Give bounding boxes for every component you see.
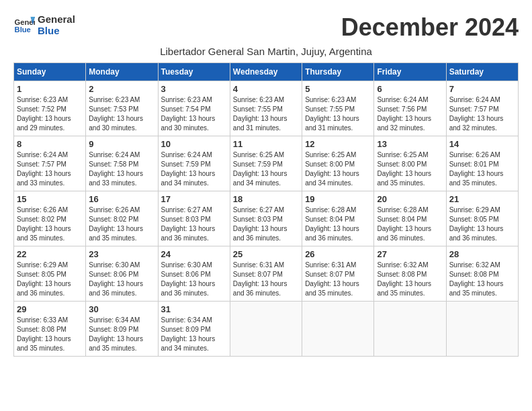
day-number: 24 <box>161 249 227 259</box>
calendar-cell: 4 Sunrise: 6:23 AM Sunset: 7:55 PM Dayli… <box>230 81 302 136</box>
main-title: December 2024 <box>341 13 519 42</box>
day-info: Sunrise: 6:33 AM Sunset: 8:08 PM Dayligh… <box>17 316 83 353</box>
day-info: Sunrise: 6:32 AM Sunset: 8:08 PM Dayligh… <box>377 261 443 298</box>
day-info: Sunrise: 6:24 AM Sunset: 7:59 PM Dayligh… <box>161 150 227 188</box>
day-info: Sunrise: 6:24 AM Sunset: 7:57 PM Dayligh… <box>449 95 515 133</box>
calendar-cell: 20 Sunrise: 6:28 AM Sunset: 8:04 PM Dayl… <box>374 191 446 246</box>
day-info: Sunrise: 6:23 AM Sunset: 7:54 PM Dayligh… <box>161 95 227 133</box>
day-info: Sunrise: 6:29 AM Sunset: 8:05 PM Dayligh… <box>449 205 515 243</box>
day-info: Sunrise: 6:30 AM Sunset: 8:06 PM Dayligh… <box>89 261 154 298</box>
calendar-cell: 5 Sunrise: 6:23 AM Sunset: 7:55 PM Dayli… <box>302 81 374 136</box>
day-number: 4 <box>233 84 299 94</box>
day-number: 9 <box>89 139 154 149</box>
calendar-cell: 16 Sunrise: 6:26 AM Sunset: 8:02 PM Dayl… <box>86 191 158 246</box>
day-number: 27 <box>377 249 443 259</box>
calendar-cell: 2 Sunrise: 6:23 AM Sunset: 7:53 PM Dayli… <box>86 81 158 136</box>
calendar-week-5: 29 Sunrise: 6:33 AM Sunset: 8:08 PM Dayl… <box>14 302 519 357</box>
calendar-cell: 13 Sunrise: 6:25 AM Sunset: 8:00 PM Dayl… <box>374 136 446 191</box>
day-info: Sunrise: 6:23 AM Sunset: 7:53 PM Dayligh… <box>89 95 154 133</box>
day-info: Sunrise: 6:25 AM Sunset: 8:00 PM Dayligh… <box>305 150 371 188</box>
calendar-week-1: 1 Sunrise: 6:23 AM Sunset: 7:52 PM Dayli… <box>14 81 519 136</box>
calendar-cell: 14 Sunrise: 6:26 AM Sunset: 8:01 PM Dayl… <box>446 136 518 191</box>
day-info: Sunrise: 6:24 AM Sunset: 7:58 PM Dayligh… <box>89 150 154 188</box>
calendar-cell: 3 Sunrise: 6:23 AM Sunset: 7:54 PM Dayli… <box>158 81 230 136</box>
day-number: 14 <box>449 139 515 149</box>
calendar-cell: 29 Sunrise: 6:33 AM Sunset: 8:08 PM Dayl… <box>14 302 86 357</box>
day-number: 11 <box>233 139 299 149</box>
calendar-week-2: 8 Sunrise: 6:24 AM Sunset: 7:57 PM Dayli… <box>14 136 519 191</box>
col-monday: Monday <box>86 63 158 81</box>
day-info: Sunrise: 6:23 AM Sunset: 7:55 PM Dayligh… <box>305 95 371 133</box>
calendar-cell: 8 Sunrise: 6:24 AM Sunset: 7:57 PM Dayli… <box>14 136 86 191</box>
calendar-cell: 19 Sunrise: 6:28 AM Sunset: 8:04 PM Dayl… <box>302 191 374 246</box>
calendar-cell: 7 Sunrise: 6:24 AM Sunset: 7:57 PM Dayli… <box>446 81 518 136</box>
day-info: Sunrise: 6:30 AM Sunset: 8:06 PM Dayligh… <box>161 261 227 298</box>
day-number: 5 <box>305 84 371 94</box>
day-info: Sunrise: 6:23 AM Sunset: 7:52 PM Dayligh… <box>17 95 83 133</box>
day-number: 31 <box>161 304 227 314</box>
day-info: Sunrise: 6:31 AM Sunset: 8:07 PM Dayligh… <box>233 261 299 298</box>
title-section: December 2024 <box>341 13 519 42</box>
calendar-cell: 18 Sunrise: 6:27 AM Sunset: 8:03 PM Dayl… <box>230 191 302 246</box>
day-info: Sunrise: 6:26 AM Sunset: 8:02 PM Dayligh… <box>17 205 83 243</box>
day-number: 19 <box>305 194 371 204</box>
calendar-week-3: 15 Sunrise: 6:26 AM Sunset: 8:02 PM Dayl… <box>14 191 519 246</box>
logo-icon: General Blue <box>13 14 35 36</box>
day-info: Sunrise: 6:26 AM Sunset: 8:02 PM Dayligh… <box>89 205 154 243</box>
day-number: 23 <box>89 249 154 259</box>
day-info: Sunrise: 6:27 AM Sunset: 8:03 PM Dayligh… <box>233 205 299 243</box>
calendar-cell: 30 Sunrise: 6:34 AM Sunset: 8:09 PM Dayl… <box>86 302 158 357</box>
calendar-cell: 1 Sunrise: 6:23 AM Sunset: 7:52 PM Dayli… <box>14 81 86 136</box>
day-number: 10 <box>161 139 227 149</box>
header-row: Sunday Monday Tuesday Wednesday Thursday… <box>14 63 519 81</box>
calendar-cell: 31 Sunrise: 6:34 AM Sunset: 8:09 PM Dayl… <box>158 302 230 357</box>
day-number: 12 <box>305 139 371 149</box>
day-number: 7 <box>449 84 515 94</box>
col-wednesday: Wednesday <box>230 63 302 81</box>
day-info: Sunrise: 6:25 AM Sunset: 8:00 PM Dayligh… <box>377 150 443 188</box>
day-info: Sunrise: 6:34 AM Sunset: 8:09 PM Dayligh… <box>89 316 154 353</box>
calendar-cell: 10 Sunrise: 6:24 AM Sunset: 7:59 PM Dayl… <box>158 136 230 191</box>
logo-line1: General <box>38 13 75 25</box>
day-number: 15 <box>17 194 83 204</box>
day-number: 18 <box>233 194 299 204</box>
page-container: General Blue General Blue December 2024 … <box>13 13 519 357</box>
col-sunday: Sunday <box>14 63 86 81</box>
calendar-table: Sunday Monday Tuesday Wednesday Thursday… <box>13 62 519 357</box>
calendar-cell: 11 Sunrise: 6:25 AM Sunset: 7:59 PM Dayl… <box>230 136 302 191</box>
day-number: 17 <box>161 194 227 204</box>
calendar-week-4: 22 Sunrise: 6:29 AM Sunset: 8:05 PM Dayl… <box>14 246 519 302</box>
calendar-cell: 6 Sunrise: 6:24 AM Sunset: 7:56 PM Dayli… <box>374 81 446 136</box>
calendar-cell: 24 Sunrise: 6:30 AM Sunset: 8:06 PM Dayl… <box>158 246 230 302</box>
day-number: 16 <box>89 194 154 204</box>
calendar-cell: 26 Sunrise: 6:31 AM Sunset: 8:07 PM Dayl… <box>302 246 374 302</box>
day-info: Sunrise: 6:31 AM Sunset: 8:07 PM Dayligh… <box>305 261 371 298</box>
day-number: 8 <box>17 139 83 149</box>
day-info: Sunrise: 6:25 AM Sunset: 7:59 PM Dayligh… <box>233 150 299 188</box>
day-number: 2 <box>89 84 154 94</box>
logo-text: General Blue <box>38 13 75 36</box>
day-number: 26 <box>305 249 371 259</box>
day-info: Sunrise: 6:26 AM Sunset: 8:01 PM Dayligh… <box>449 150 515 188</box>
calendar-cell: 21 Sunrise: 6:29 AM Sunset: 8:05 PM Dayl… <box>446 191 518 246</box>
logo: General Blue General Blue <box>13 13 75 36</box>
svg-text:Blue: Blue <box>15 26 31 34</box>
day-info: Sunrise: 6:32 AM Sunset: 8:08 PM Dayligh… <box>449 261 515 298</box>
day-number: 25 <box>233 249 299 259</box>
calendar-cell <box>374 302 446 357</box>
day-number: 6 <box>377 84 443 94</box>
logo-line2: Blue <box>38 25 75 36</box>
day-number: 1 <box>17 84 83 94</box>
day-number: 22 <box>17 249 83 259</box>
top-header: General Blue General Blue December 2024 <box>13 13 519 44</box>
day-info: Sunrise: 6:24 AM Sunset: 7:57 PM Dayligh… <box>17 150 83 188</box>
day-number: 28 <box>449 249 515 259</box>
calendar-cell <box>230 302 302 357</box>
col-friday: Friday <box>374 63 446 81</box>
day-number: 21 <box>449 194 515 204</box>
day-info: Sunrise: 6:34 AM Sunset: 8:09 PM Dayligh… <box>161 316 227 353</box>
day-number: 3 <box>161 84 227 94</box>
calendar-cell: 25 Sunrise: 6:31 AM Sunset: 8:07 PM Dayl… <box>230 246 302 302</box>
day-info: Sunrise: 6:24 AM Sunset: 7:56 PM Dayligh… <box>377 95 443 133</box>
day-number: 30 <box>89 304 154 314</box>
